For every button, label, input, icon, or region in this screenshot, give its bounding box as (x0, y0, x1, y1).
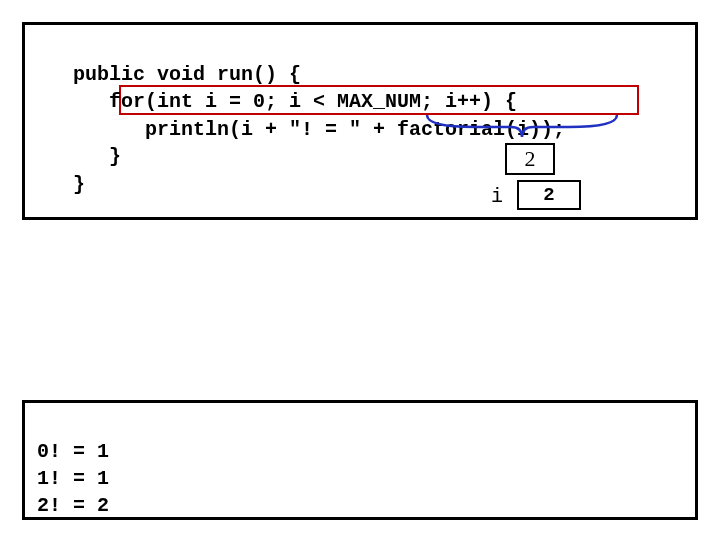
output-frame: 0! = 1 1! = 1 2! = 2 (22, 400, 698, 520)
brace-icon (425, 113, 620, 147)
console-output: 0! = 1 1! = 1 2! = 2 (37, 411, 109, 540)
code-frame: public void run() { for(int i = 0; i < M… (22, 22, 698, 220)
output-line-1: 0! = 1 (37, 440, 109, 463)
output-line-2: 1! = 1 (37, 467, 109, 490)
code-line-2: for(int i = 0; i < MAX_NUM; i++) { (73, 90, 517, 113)
code-line-1: public void run() { (73, 63, 301, 86)
var-i-label: i (491, 185, 503, 208)
output-line-3: 2! = 2 (37, 494, 109, 517)
factorial-return-box: 2 (505, 143, 555, 175)
var-i-value-box: 2 (517, 180, 581, 210)
var-i-value: 2 (543, 184, 554, 206)
factorial-return-value: 2 (525, 146, 536, 172)
code-line-4: } (73, 145, 121, 168)
code-line-5: } (73, 173, 85, 196)
